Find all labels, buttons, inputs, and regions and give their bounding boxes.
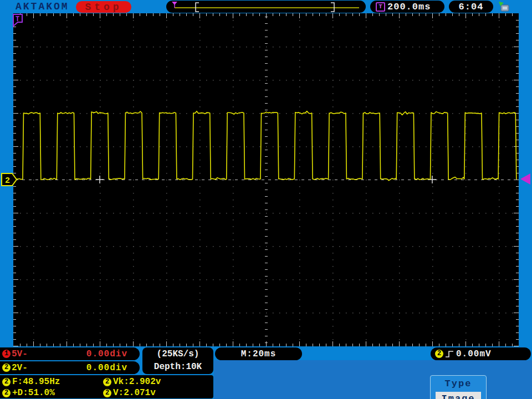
- ch1-offset: 0.00div: [86, 349, 127, 359]
- record-position-indicator: [166, 1, 366, 13]
- timebase-pill: M:20ms: [215, 347, 302, 360]
- trigger-level-value: 0.00mV: [456, 349, 492, 359]
- ch2-offset: 0.00div: [86, 363, 127, 373]
- window-right-bracket: [331, 3, 334, 12]
- ch1-status-pill: 1 5V- 0.00div: [0, 347, 140, 360]
- clock-readout: 6:04: [449, 1, 493, 13]
- svg-text:2: 2: [5, 176, 10, 186]
- top-status-bar: AKTAKOM Stop T 200.0ms 6:04: [0, 0, 532, 13]
- window-left-bracket: [196, 3, 199, 12]
- ch2-ground-marker: 2: [1, 172, 18, 187]
- ch2-scale: 2V-: [12, 363, 28, 373]
- run-state-badge[interactable]: Stop: [76, 1, 131, 13]
- acquisition-info-box: (25KS/s) Depth:10K: [142, 347, 213, 374]
- ch2-status-pill: 2 2V- 0.00div: [0, 361, 140, 374]
- measurement-vk: 2 Vk:2.902v: [103, 377, 161, 387]
- waveform-screen: [13, 13, 519, 346]
- usb-device-icon: [497, 1, 511, 13]
- trigger-offset-readout: T 200.0ms: [370, 1, 444, 13]
- measurement-v: 2 V:2.071v: [103, 388, 156, 398]
- trigger-corner-marker: T: [12, 14, 24, 27]
- ch1-scale: 5V-: [12, 349, 28, 359]
- measurement-duty: 2 +D:51.0%: [2, 388, 55, 398]
- menu-type-label: Type: [431, 378, 486, 389]
- measurements-box: 2 F:48.95Hz 2 Vk:2.902v 2 +D:51.0% 2 V:2…: [0, 375, 213, 398]
- ch1-badge: 1: [2, 350, 11, 358]
- brand-logo: AKTAKOM: [16, 1, 69, 12]
- trigger-level-pill: 2 0.00mV: [431, 347, 531, 360]
- menu-type-box[interactable]: Type Image: [430, 375, 487, 399]
- svg-text:T: T: [16, 16, 19, 23]
- soft-menu-panel: Type Image Save: [214, 360, 532, 399]
- waveform-grid-svg: [13, 13, 519, 346]
- rising-edge-icon: [445, 350, 454, 359]
- bottom-status-bar: 1 5V- 0.00div 2 2V- 0.00div (25KS/s) Dep…: [0, 346, 532, 399]
- menu-option-image[interactable]: Image: [436, 392, 481, 399]
- trigger-offset-value: 200.0ms: [387, 2, 431, 12]
- measurement-frequency: 2 F:48.95Hz: [2, 377, 60, 387]
- record-position-graphic: [166, 1, 366, 13]
- ch2-badge: 2: [2, 364, 11, 372]
- sample-rate: (25KS/s): [157, 348, 200, 361]
- trigger-source-badge: 2: [435, 350, 443, 358]
- oscilloscope-display: AKTAKOM Stop T 200.0ms 6:04: [0, 0, 532, 399]
- clock-value: 6:04: [459, 2, 484, 12]
- memory-depth: Depth:10K: [154, 361, 202, 374]
- trigger-t-icon: T: [376, 2, 385, 12]
- trigger-level-arrow: [520, 173, 530, 185]
